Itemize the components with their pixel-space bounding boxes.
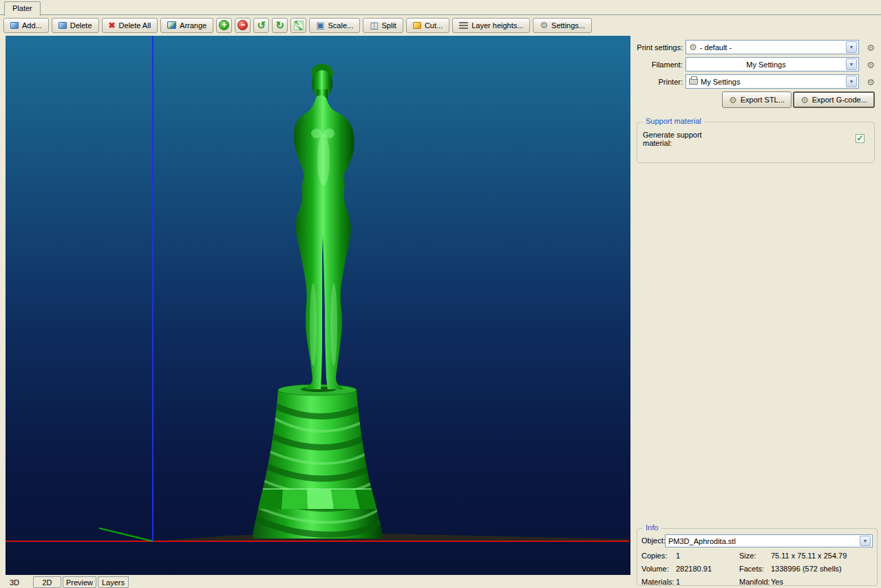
more-copies-button[interactable]: + — [216, 18, 232, 33]
chevron-down-icon[interactable]: ▼ — [860, 536, 871, 546]
export-gcode-button[interactable]: ⚙ Export G-code... — [793, 91, 875, 108]
view-tab-2d[interactable]: 2D — [33, 576, 61, 588]
add-button[interactable]: Add... — [3, 18, 49, 33]
filament-select[interactable]: My Settings ▼ — [686, 57, 859, 72]
tab-plater-label: Plater — [12, 4, 32, 12]
settings-button[interactable]: ⚙ Settings... — [533, 18, 592, 33]
size-value: 75.11 x 75.11 x 254.79 — [771, 552, 847, 560]
split-button[interactable]: ◫ Split — [363, 18, 403, 33]
export-stl-label: Export STL... — [741, 96, 785, 104]
object-label: Object: — [641, 536, 666, 545]
layer-heights-button[interactable]: Layer heights... — [452, 18, 530, 33]
scale-arrows-icon: ↖ ↘ — [294, 21, 304, 30]
chevron-down-icon[interactable]: ▼ — [846, 76, 857, 87]
layer-heights-icon — [459, 22, 468, 29]
viewport-3d[interactable] — [6, 36, 630, 575]
volume-value: 282180.91 — [676, 565, 712, 573]
gear-icon: ⚙ — [867, 43, 875, 52]
notebook-tabstrip — [0, 0, 881, 15]
chevron-down-icon[interactable]: ▼ — [846, 58, 857, 70]
statue-model[interactable] — [294, 64, 354, 389]
info-group: Info Object: PM3D_Aphrodita.stl ▼ Copies… — [637, 528, 878, 586]
manifold-label: Manifold: — [739, 578, 770, 586]
chevron-down-icon[interactable]: ▼ — [846, 41, 857, 53]
delete-all-button-label: Delete All — [119, 21, 151, 30]
export-stl-button[interactable]: ⚙ Export STL... — [722, 91, 792, 108]
printer-select[interactable]: My Settings ▼ — [686, 74, 859, 89]
viewport-canvas[interactable] — [6, 36, 630, 575]
printer-icon — [689, 78, 698, 85]
split-icon: ◫ — [370, 21, 378, 30]
printer-value: My Settings — [701, 78, 843, 86]
print-settings-select[interactable]: ⚙ - default - ▼ — [686, 40, 859, 54]
info-title: Info — [643, 523, 661, 532]
axis-y-line — [99, 528, 153, 541]
rotate-cw-icon: ↻ — [275, 21, 284, 30]
gear-icon: ⚙ — [800, 96, 809, 105]
volume-label: Volume: — [641, 565, 669, 573]
arrange-icon — [167, 21, 176, 29]
support-material-title: Support material — [643, 117, 704, 125]
print-settings-config-button[interactable]: ⚙ — [864, 41, 877, 54]
delete-button[interactable]: Delete — [52, 18, 99, 33]
gear-icon: ⚙ — [867, 78, 875, 87]
view-tab-2d-label: 2D — [42, 578, 52, 587]
filament-value: My Settings — [689, 61, 843, 69]
facets-label: Facets: — [739, 565, 764, 573]
print-settings-label: Print settings: — [632, 43, 683, 52]
delete-all-icon: ✖ — [109, 21, 116, 30]
add-object-icon — [10, 22, 19, 29]
print-settings-value: - default - — [700, 43, 843, 52]
generate-support-label: Generate support material: — [643, 131, 712, 147]
scale-button-label: Scale... — [328, 21, 354, 30]
arrange-button[interactable]: Arrange — [160, 18, 213, 33]
manifold-value: Yes — [771, 578, 783, 586]
printer-label: Printer: — [632, 78, 683, 86]
layer-heights-button-label: Layer heights... — [471, 21, 523, 30]
object-select[interactable]: PM3D_Aphrodita.stl ▼ — [665, 534, 873, 547]
copies-value: 1 — [676, 552, 680, 560]
minus-circle-icon: − — [237, 20, 248, 30]
plus-circle-icon: + — [219, 20, 229, 30]
add-button-label: Add... — [22, 21, 42, 30]
gear-icon: ⚙ — [729, 96, 737, 105]
export-gcode-label: Export G-code... — [812, 96, 867, 104]
rotate-ccw-button[interactable]: ↺ — [253, 18, 269, 33]
generate-support-checkbox[interactable]: ✓ — [856, 134, 864, 143]
cut-icon — [413, 22, 421, 29]
statue-pedestal[interactable] — [253, 384, 385, 538]
arrange-button-label: Arrange — [180, 21, 206, 30]
fewer-copies-button[interactable]: − — [235, 18, 251, 33]
toolbar: Add... Delete ✖ Delete All Arrange + − ↺… — [3, 17, 592, 33]
rotate-cw-button[interactable]: ↻ — [272, 18, 288, 33]
size-label: Size: — [739, 552, 756, 560]
filament-config-button[interactable]: ⚙ — [864, 58, 877, 71]
gear-icon: ⚙ — [867, 61, 875, 69]
settings-button-label: Settings... — [551, 21, 585, 30]
cut-button-label: Cut... — [425, 21, 443, 30]
split-button-label: Split — [382, 21, 396, 30]
gear-icon: ⚙ — [540, 21, 548, 30]
arrow-se-icon: ↘ — [297, 25, 303, 32]
materials-value: 1 — [676, 578, 680, 586]
copies-label: Copies: — [641, 552, 667, 560]
print-bed — [153, 532, 629, 542]
scale-button[interactable]: ▣ Scale... — [309, 18, 360, 33]
scale-uniform-button[interactable]: ↖ ↘ — [290, 18, 306, 33]
rotate-ccw-icon: ↺ — [257, 21, 266, 30]
view-tab-preview-label: Preview — [66, 578, 93, 587]
delete-all-button[interactable]: ✖ Delete All — [102, 18, 158, 33]
support-material-group: Support material Generate support materi… — [637, 122, 875, 163]
printer-config-button[interactable]: ⚙ — [864, 76, 877, 88]
filament-label: Filament: — [632, 61, 683, 69]
view-tab-3d[interactable]: 3D — [10, 578, 19, 587]
preset-gear-icon: ⚙ — [689, 43, 697, 52]
cut-button[interactable]: Cut... — [406, 18, 449, 33]
view-tab-preview[interactable]: Preview — [63, 576, 96, 588]
tab-plater[interactable]: Plater — [4, 1, 41, 16]
delete-button-label: Delete — [70, 21, 92, 30]
facets-value: 1338996 (572 shells) — [771, 565, 842, 573]
scale-icon: ▣ — [316, 21, 324, 30]
delete-object-icon — [59, 22, 67, 29]
view-tab-layers[interactable]: Layers — [98, 576, 129, 588]
